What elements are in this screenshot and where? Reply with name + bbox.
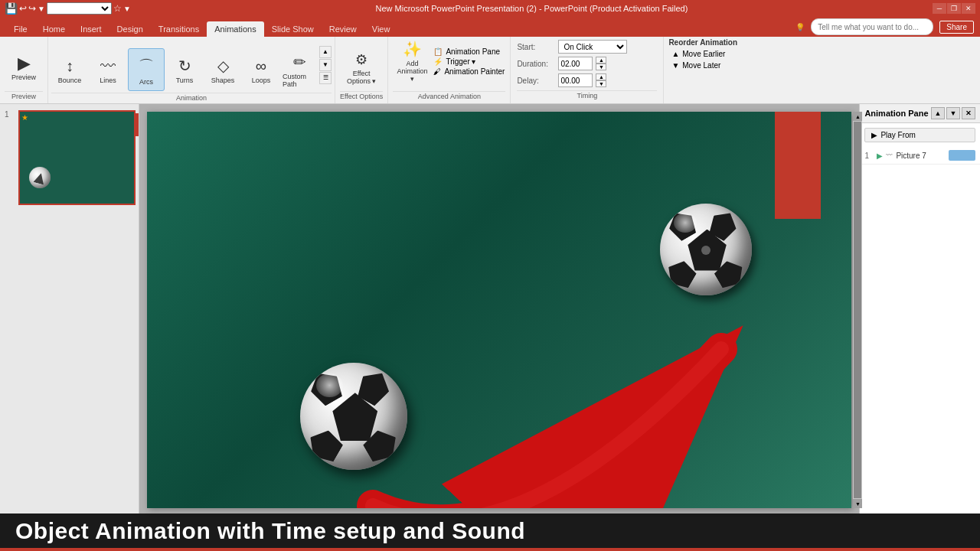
lines-button[interactable]: 〰 Lines <box>90 48 126 91</box>
arcs-button[interactable]: ⌒ Arcs <box>128 48 165 91</box>
duration-row: Duration: ▲ ▼ <box>517 55 657 72</box>
delay-label: Delay: <box>517 77 555 85</box>
restore-btn[interactable]: ❐ <box>947 3 961 14</box>
delay-down[interactable]: ▼ <box>596 80 606 87</box>
start-select[interactable]: On Click With Previous After Previous <box>558 40 627 54</box>
animation-pane: Animation Pane ▲ ▼ ✕ ▶ Play From 1 ▶ 〰 P… <box>859 104 980 514</box>
tab-file[interactable]: File <box>6 21 35 37</box>
move-earlier-icon: ▲ <box>671 50 679 58</box>
duration-down[interactable]: ▼ <box>596 64 606 70</box>
star-btn[interactable]: ☆ <box>113 3 122 14</box>
tab-view[interactable]: View <box>364 21 398 37</box>
sound-selector[interactable]: [No Sound] <box>47 2 112 15</box>
animation-pane-button[interactable]: 📋 Animation Pane <box>433 47 505 56</box>
shapes-icon: ◇ <box>217 57 229 75</box>
play-from-button[interactable]: ▶ Play From <box>864 128 975 142</box>
pane-down-btn[interactable]: ▼ <box>946 107 960 119</box>
close-btn[interactable]: ✕ <box>962 3 975 14</box>
advanced-content: ✨ AddAnimation ▾ 📋 Animation Pane ⚡ Trig… <box>394 40 505 90</box>
share-button[interactable]: Share <box>939 21 974 34</box>
slide-number: 1 <box>5 110 9 119</box>
customize-btn[interactable]: ▼ <box>38 5 45 13</box>
effect-options-button[interactable]: ⚙ EffectOptions ▾ <box>342 45 381 90</box>
lightbulb-icon: 💡 <box>795 23 805 31</box>
start-label: Start: <box>517 43 555 51</box>
delay-input[interactable] <box>558 73 593 87</box>
reorder-title: Reorder Animation <box>668 38 737 47</box>
timing-label: Timing <box>517 90 657 99</box>
animation-items: ↕ Bounce 〰 Lines ⌒ Arcs ↻ Turns ◇ Shapes… <box>51 38 332 91</box>
delay-up[interactable]: ▲ <box>596 73 606 80</box>
status-bar <box>0 548 980 551</box>
duration-up[interactable]: ▲ <box>596 57 606 64</box>
animation-painter-button[interactable]: 🖌 Animation Painter <box>433 67 505 76</box>
duration-spin: ▲ ▼ <box>596 57 606 70</box>
shapes-button[interactable]: ◇ Shapes <box>204 48 241 91</box>
trigger-button[interactable]: ⚡ Trigger ▾ <box>433 57 505 66</box>
tab-design[interactable]: Design <box>109 21 151 37</box>
soccer-ball-small <box>660 204 752 295</box>
vscroll-up[interactable]: ▲ <box>853 112 862 121</box>
scroll-more-btn[interactable]: ☰ <box>319 72 332 84</box>
minimize-btn[interactable]: ─ <box>933 3 946 14</box>
loops-button[interactable]: ∞ Loops <box>243 48 279 91</box>
slide-canvas[interactable] <box>147 112 851 508</box>
delay-spin: ▲ ▼ <box>596 73 606 87</box>
anim-item-label: Picture 7 <box>896 152 946 160</box>
slide-thumb[interactable]: ★ <box>18 110 136 205</box>
pane-up-btn[interactable]: ▲ <box>931 107 945 119</box>
anim-item-num: 1 <box>864 152 874 160</box>
anim-wave-icon: 〰 <box>886 152 893 159</box>
custom-path-button[interactable]: ✏ Custom Path <box>281 48 318 91</box>
tab-transitions[interactable]: Transitions <box>151 21 207 37</box>
slide-canvas-wrap: ▲ ▼ <box>139 104 859 514</box>
move-earlier-button[interactable]: ▲ Move Earlier <box>668 48 737 60</box>
window-title: New Microsoft PowerPoint Presentation (2… <box>134 4 929 13</box>
arcs-icon: ⌒ <box>139 56 154 77</box>
tell-me-input[interactable] <box>811 18 933 35</box>
bottom-title-bar: Object Animation with Time setup and Sou… <box>0 514 980 548</box>
redo-btn[interactable]: ↪ <box>28 3 36 14</box>
turns-button[interactable]: ↻ Turns <box>166 48 203 91</box>
scroll-down-btn[interactable]: ▼ <box>319 59 332 71</box>
effect-options-content: ⚙ EffectOptions ▾ <box>342 40 381 90</box>
save-btn[interactable]: 💾 <box>5 2 18 15</box>
animation-group-label: Animation <box>51 93 332 102</box>
play-icon: ▶ <box>871 131 877 139</box>
tab-insert[interactable]: Insert <box>73 21 109 37</box>
preview-ball <box>29 167 51 188</box>
custom-path-icon: ✏ <box>293 53 306 71</box>
reorder-group: Reorder Animation ▲ Move Earlier ▼ Move … <box>664 37 742 103</box>
tab-home[interactable]: Home <box>35 21 73 37</box>
vscroll-down[interactable]: ▼ <box>853 499 862 508</box>
start-row: Start: On Click With Previous After Prev… <box>517 38 657 55</box>
move-later-button[interactable]: ▼ Move Later <box>668 60 737 71</box>
animation-item-1[interactable]: 1 ▶ 〰 Picture 7 <box>860 147 980 165</box>
duration-label: Duration: <box>517 60 555 68</box>
tab-animations[interactable]: Animations <box>207 21 263 37</box>
vscroll-thumb[interactable] <box>854 122 861 498</box>
slide-thumb-container: 1 ★ <box>18 110 136 205</box>
more-btn[interactable]: ▼ <box>123 5 131 13</box>
loops-icon: ∞ <box>256 57 266 75</box>
preview-icon: ▶ <box>18 55 31 72</box>
scroll-up-btn[interactable]: ▲ <box>319 46 332 58</box>
advanced-animation-group: ✨ AddAnimation ▾ 📋 Animation Pane ⚡ Trig… <box>388 37 511 103</box>
anim-item-bar <box>949 150 975 161</box>
tab-review[interactable]: Review <box>322 21 364 37</box>
slide-area: ▲ ▼ <box>147 112 851 508</box>
soccer-ball-large <box>300 363 407 470</box>
preview-button[interactable]: ▶ Preview <box>5 45 43 90</box>
qat: 💾 ↩ ↪ ▼ [No Sound] ☆ ▼ <box>5 2 131 15</box>
duration-input[interactable] <box>558 57 593 70</box>
canvas-vscroll[interactable]: ▲ ▼ <box>853 112 862 508</box>
effect-options-label: Effect Options <box>340 91 383 100</box>
pane-close-btn[interactable]: ✕ <box>962 107 975 119</box>
tab-slideshow[interactable]: Slide Show <box>264 21 322 37</box>
add-animation-button[interactable]: ✨ AddAnimation ▾ <box>394 40 430 83</box>
animation-pane-header: Animation Pane ▲ ▼ ✕ <box>860 104 980 123</box>
bounce-button[interactable]: ↕ Bounce <box>51 48 88 91</box>
preview-group-label: Preview <box>5 91 43 100</box>
lines-icon: 〰 <box>100 57 116 75</box>
undo-btn[interactable]: ↩ <box>19 3 27 14</box>
